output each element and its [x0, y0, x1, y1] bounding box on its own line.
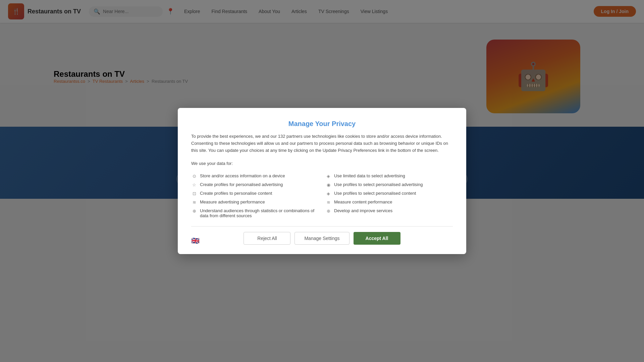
- purpose-icon-4: ⊕: [191, 208, 197, 214]
- purpose-text-left-1: Create profiles for personalised adverti…: [200, 182, 283, 187]
- purpose-icon-r0: ◈: [325, 173, 331, 179]
- purpose-text-right-4: Develop and improve services: [334, 208, 392, 213]
- modal-buttons: Reject All Manage Settings Accept All: [191, 232, 453, 245]
- accept-all-button[interactable]: Accept All: [354, 232, 400, 245]
- manage-settings-button[interactable]: Manage Settings: [294, 232, 349, 245]
- purpose-text-right-2: Use profiles to select personalised cont…: [334, 191, 416, 196]
- purpose-left-4: ⊕ Understand audiences through statistic…: [191, 207, 319, 220]
- purpose-icon-r3: ≋: [325, 199, 331, 205]
- purpose-icon-r4: ⊕: [325, 208, 331, 214]
- purpose-text-left-4: Understand audiences through statistics …: [200, 208, 319, 218]
- privacy-overlay: Manage Your Privacy To provide the best …: [0, 0, 644, 362]
- purpose-left-0: ⊙ Store and/or access information on a d…: [191, 172, 319, 181]
- purpose-icon-3: ≋: [191, 199, 197, 205]
- purpose-right-2: ◈ Use profiles to select personalised co…: [325, 189, 453, 198]
- purpose-text-left-0: Store and/or access information on a dev…: [200, 173, 285, 178]
- purpose-icon-1: ☆: [191, 182, 197, 188]
- purpose-left-2: ⊡ Create profiles to personalise content: [191, 189, 319, 198]
- modal-section-label: We use your data for:: [191, 160, 453, 167]
- modal-description: To provide the best experiences, we and …: [191, 133, 453, 154]
- purpose-text-right-3: Measure content performance: [334, 199, 392, 204]
- purpose-icon-2: ⊡: [191, 191, 197, 197]
- reject-all-button[interactable]: Reject All: [244, 232, 290, 245]
- purposes-left: ⊙ Store and/or access information on a d…: [191, 172, 319, 220]
- purpose-text-right-1: Use profiles to select personalised adve…: [334, 182, 423, 187]
- purpose-icon-r1: ◉: [325, 182, 331, 188]
- purpose-icon-r2: ◈: [325, 191, 331, 197]
- purpose-right-3: ≋ Measure content performance: [325, 198, 453, 207]
- purpose-right-1: ◉ Use profiles to select personalised ad…: [325, 181, 453, 189]
- purpose-right-0: ◈ Use limited data to select advertising: [325, 172, 453, 181]
- purposes-right: ◈ Use limited data to select advertising…: [325, 172, 453, 220]
- purpose-icon-0: ⊙: [191, 173, 197, 179]
- purpose-text-right-0: Use limited data to select advertising: [334, 173, 405, 178]
- purpose-left-1: ☆ Create profiles for personalised adver…: [191, 181, 319, 189]
- purpose-text-left-2: Create profiles to personalise content: [200, 191, 272, 196]
- purposes-grid: ⊙ Store and/or access information on a d…: [191, 172, 453, 220]
- purpose-left-3: ≋ Measure advertising performance: [191, 198, 319, 207]
- modal-divider: [191, 226, 453, 227]
- language-flag[interactable]: 🇬🇧: [191, 237, 200, 245]
- privacy-modal: Manage Your Privacy To provide the best …: [178, 108, 466, 254]
- purpose-text-left-3: Measure advertising performance: [200, 199, 265, 204]
- purpose-right-4: ⊕ Develop and improve services: [325, 207, 453, 216]
- modal-title: Manage Your Privacy: [191, 120, 453, 128]
